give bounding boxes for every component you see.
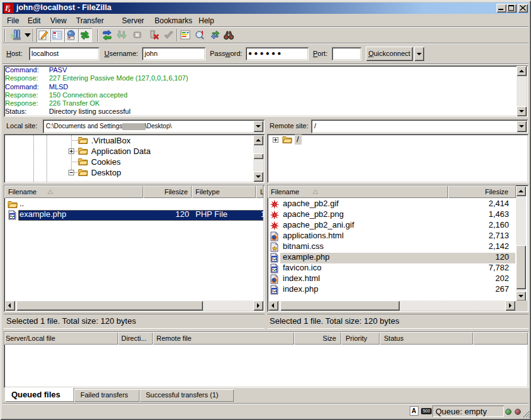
svg-text:z: z: [8, 7, 11, 13]
